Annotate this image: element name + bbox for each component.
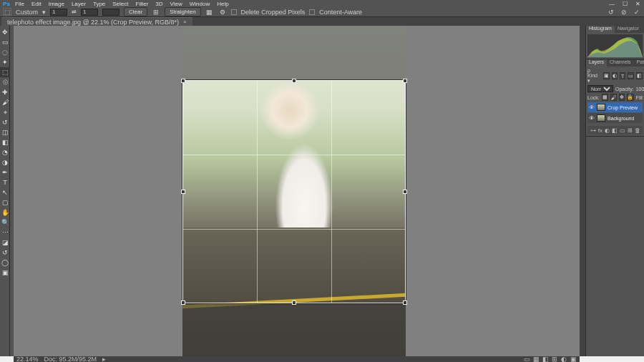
tool-pen[interactable]: ✒: [0, 167, 10, 177]
filter-type-icon[interactable]: T: [620, 72, 625, 79]
tool-screen-mode[interactable]: ▣: [0, 268, 10, 278]
menu-file[interactable]: File: [11, 1, 28, 7]
menu-type[interactable]: Type: [89, 1, 109, 7]
crop-tool-icon[interactable]: ⬚: [3, 8, 11, 16]
lock-transparency-icon[interactable]: ▦: [602, 94, 608, 101]
tool-history-brush[interactable]: ↺: [0, 117, 10, 127]
crop-settings-icon[interactable]: ⚙: [218, 8, 227, 16]
tool-spot-heal[interactable]: ✚: [0, 87, 10, 97]
height-input[interactable]: [81, 9, 98, 16]
close-button[interactable]: ✕: [633, 1, 643, 7]
swap-icon[interactable]: ⇄: [72, 9, 77, 15]
tool-edit-toolbar[interactable]: ⋯: [0, 228, 10, 238]
minimize-button[interactable]: —: [607, 1, 617, 7]
chevron-down-icon[interactable]: ▾: [42, 9, 46, 16]
group-icon[interactable]: ▭: [620, 127, 625, 134]
status-icon[interactable]: ▦: [532, 356, 540, 362]
tool-brush[interactable]: 🖌: [0, 97, 10, 107]
layer-name[interactable]: Crop Preview: [608, 105, 638, 110]
trash-icon[interactable]: 🗑: [635, 127, 640, 134]
status-icon[interactable]: ⊞: [551, 356, 558, 362]
zoom-level[interactable]: 22.14%: [16, 356, 39, 362]
tool-crop[interactable]: ⬚: [0, 67, 10, 77]
menu-filter[interactable]: Filter: [132, 1, 152, 7]
tab-paths[interactable]: Paths: [634, 59, 644, 67]
resolution-input[interactable]: [102, 9, 119, 16]
tool-zoom[interactable]: 🔍: [0, 217, 10, 228]
tool-marquee[interactable]: ▭: [0, 37, 10, 47]
crop-handle-bl[interactable]: [181, 300, 185, 305]
new-layer-icon[interactable]: ⊞: [628, 127, 633, 134]
menu-view[interactable]: View: [167, 1, 186, 7]
crop-handle-bm[interactable]: [292, 300, 296, 305]
menu-window[interactable]: Window: [186, 1, 213, 7]
commit-crop-icon[interactable]: ✓: [633, 8, 641, 16]
lock-pixels-icon[interactable]: 🖌: [610, 94, 617, 101]
visibility-icon[interactable]: 👁: [589, 115, 595, 122]
document-tab[interactable]: telephoto effect image.jpg @ 22.1% (Crop…: [1, 17, 192, 26]
crop-handle-ml[interactable]: [181, 190, 185, 194]
tool-clone[interactable]: ⌖: [0, 107, 10, 117]
chevron-right-icon[interactable]: ▸: [102, 356, 106, 362]
tool-default-colors[interactable]: ↺: [0, 248, 10, 258]
tool-eyedropper[interactable]: ⦾: [0, 77, 10, 87]
tab-close-icon[interactable]: ×: [183, 19, 187, 25]
crop-box[interactable]: [182, 80, 406, 303]
lock-position-icon[interactable]: ✥: [619, 94, 625, 101]
tool-dodge[interactable]: ◑: [0, 157, 10, 167]
adjustment-layer-icon[interactable]: ◧: [612, 127, 618, 134]
tool-hand[interactable]: ✋: [0, 207, 10, 217]
status-icon[interactable]: ◐: [560, 356, 567, 362]
clear-button[interactable]: Clear: [124, 7, 147, 16]
tool-quick-mask[interactable]: ◯: [0, 258, 10, 268]
document-image[interactable]: [182, 26, 406, 356]
lock-all-icon[interactable]: 🔒: [627, 94, 634, 101]
doc-info[interactable]: Doc: 95.2M/95.2M: [44, 356, 97, 362]
link-layers-icon[interactable]: ⊶: [590, 127, 596, 134]
tool-path-select[interactable]: ↖: [0, 187, 10, 197]
layer-filter-kind[interactable]: ρ Kind ▾: [587, 68, 601, 84]
layer-mask-icon[interactable]: ◐: [605, 127, 610, 134]
blend-mode-select[interactable]: Normal: [587, 85, 613, 92]
crop-handle-br[interactable]: [403, 300, 407, 305]
reset-crop-icon[interactable]: ↺: [607, 8, 615, 16]
canvas-area[interactable]: [14, 26, 580, 356]
overlay-icon[interactable]: ▦: [205, 8, 214, 16]
menu-select[interactable]: Select: [109, 1, 132, 7]
maximize-button[interactable]: ☐: [620, 1, 630, 7]
crop-handle-mr[interactable]: [403, 190, 407, 194]
tab-channels[interactable]: Channels: [607, 59, 634, 67]
menu-edit[interactable]: Edit: [28, 1, 45, 7]
tool-fg-bg[interactable]: ◪: [0, 238, 10, 248]
tool-type[interactable]: T: [0, 177, 10, 187]
menu-image[interactable]: Image: [45, 1, 68, 7]
tool-lasso[interactable]: ◌: [0, 47, 10, 57]
crop-handle-tl[interactable]: [181, 79, 185, 83]
crop-handle-tm[interactable]: [292, 79, 296, 83]
tool-eraser[interactable]: ◫: [0, 127, 10, 137]
layer-style-icon[interactable]: fx: [598, 127, 602, 134]
tool-blur[interactable]: ◔: [0, 147, 10, 157]
tool-magic-wand[interactable]: ✦: [0, 57, 10, 67]
filter-pixel-icon[interactable]: ▣: [603, 72, 610, 79]
straighten-icon[interactable]: ⊞: [152, 8, 160, 16]
tab-layers[interactable]: Layers: [586, 59, 607, 67]
opacity-value[interactable]: 100%: [636, 87, 644, 92]
filter-adjust-icon[interactable]: ◐: [612, 72, 618, 79]
width-input[interactable]: [50, 9, 67, 16]
layer-item-background[interactable]: 👁 Background: [587, 113, 643, 123]
layer-thumbnail[interactable]: [597, 104, 605, 111]
tool-shape[interactable]: ▢: [0, 197, 10, 207]
straighten-button[interactable]: Straighten: [165, 7, 200, 16]
status-icon[interactable]: ▣: [570, 356, 577, 362]
collapsed-panel-dock[interactable]: [580, 26, 585, 356]
menu-layer[interactable]: Layer: [68, 1, 89, 7]
layer-name[interactable]: Background: [608, 116, 634, 121]
delete-cropped-checkbox[interactable]: [231, 9, 237, 15]
status-icon[interactable]: ▭: [523, 356, 530, 362]
visibility-icon[interactable]: 👁: [589, 104, 595, 111]
preset-select[interactable]: Custom: [16, 9, 38, 16]
filter-shape-icon[interactable]: ▭: [628, 72, 634, 79]
layer-thumbnail[interactable]: [597, 114, 605, 122]
menu-3d[interactable]: 3D: [152, 1, 166, 7]
